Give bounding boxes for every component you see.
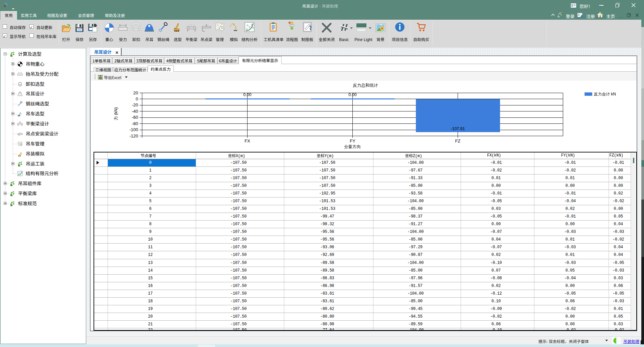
svg-text:力 (kN): 力 (kN): [114, 107, 118, 120]
svg-text:分量方向: 分量方向: [344, 144, 361, 149]
svg-text:-100: -100: [129, 127, 138, 132]
svg-text:FY: FY: [350, 138, 355, 143]
svg-text:0: 0: [136, 96, 138, 101]
svg-text:0.00: 0.00: [348, 92, 356, 97]
svg-text:-80: -80: [132, 121, 138, 126]
svg-text:-107.91: -107.91: [451, 126, 465, 131]
svg-text:FX: FX: [245, 138, 250, 143]
svg-text:-20: -20: [132, 102, 138, 107]
svg-text:FZ: FZ: [455, 138, 461, 143]
svg-text:-60: -60: [132, 115, 138, 120]
svg-text:-40: -40: [132, 109, 138, 114]
svg-text:反力合计 kN: 反力合计 kN: [594, 92, 616, 96]
svg-text:-120: -120: [129, 133, 138, 138]
svg-text:20: 20: [133, 90, 138, 95]
svg-text:反力总和统计: 反力总和统计: [353, 83, 378, 88]
svg-text:0.00: 0.00: [243, 92, 251, 97]
